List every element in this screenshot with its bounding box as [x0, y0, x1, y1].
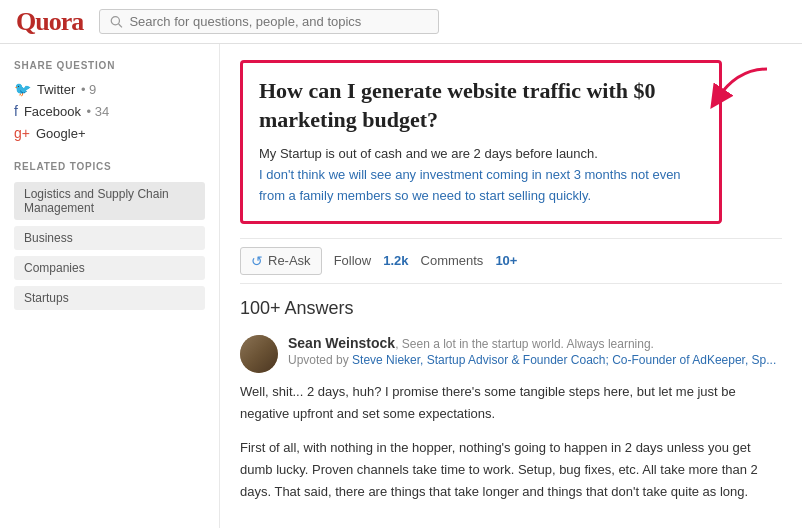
main-layout: SHARE QUESTION 🐦 Twitter • 9 f Facebook … [0, 44, 802, 528]
topic-companies[interactable]: Companies [14, 256, 205, 280]
answer-para-2: First of all, with nothing in the hopper… [240, 437, 782, 503]
svg-point-0 [111, 16, 119, 24]
comments-label: Comments [421, 253, 484, 268]
question-body-line1: My Startup is out of cash and we are 2 d… [259, 146, 598, 161]
gplus-icon: g+ [14, 125, 30, 141]
related-topics-title: RELATED TOPICS [14, 161, 205, 172]
question-body: My Startup is out of cash and we are 2 d… [259, 144, 703, 206]
answer-para-1: Well, shit... 2 days, huh? I promise the… [240, 381, 782, 425]
twitter-label: Twitter [37, 82, 75, 97]
topic-startups[interactable]: Startups [14, 286, 205, 310]
avatar-image [240, 335, 278, 373]
share-twitter[interactable]: 🐦 Twitter • 9 [14, 81, 205, 97]
upvote-prefix: Upvoted by [288, 353, 352, 367]
answers-heading: 100+ Answers [240, 298, 782, 319]
content-area: How can I generate website traffic with … [220, 44, 802, 528]
share-facebook[interactable]: f Facebook • 34 [14, 103, 205, 119]
upvote-link[interactable]: Steve Nieker, Startup Advisor & Founder … [352, 353, 776, 367]
facebook-label: Facebook [24, 104, 81, 119]
topic-business[interactable]: Business [14, 226, 205, 250]
follow-count: 1.2k [383, 253, 408, 268]
search-input[interactable] [129, 14, 428, 29]
share-gplus[interactable]: g+ Google+ [14, 125, 205, 141]
comments-count: 10+ [495, 253, 517, 268]
header: Quora [0, 0, 802, 44]
avatar [240, 335, 278, 373]
question-body-line2: I don't think we will see any investment… [259, 167, 681, 203]
related-topics: Logistics and Supply Chain Management Bu… [14, 182, 205, 316]
share-section-title: SHARE QUESTION [14, 60, 205, 71]
facebook-count: • 34 [83, 104, 109, 119]
twitter-icon: 🐦 [14, 81, 31, 97]
quora-logo[interactable]: Quora [16, 7, 83, 37]
follow-label[interactable]: Follow [334, 253, 372, 268]
svg-line-1 [119, 24, 122, 27]
reask-icon: ↺ [251, 253, 263, 269]
answerer-name-line: Sean Weinstock, Seen a lot in the startu… [288, 335, 782, 353]
answerer-name[interactable]: Sean Weinstock [288, 335, 395, 351]
reask-button[interactable]: ↺ Re-Ask [240, 247, 322, 275]
sidebar: SHARE QUESTION 🐦 Twitter • 9 f Facebook … [0, 44, 220, 528]
answerer-info: Sean Weinstock, Seen a lot in the startu… [288, 335, 782, 370]
answer-item: Sean Weinstock, Seen a lot in the startu… [240, 335, 782, 503]
action-bar: ↺ Re-Ask Follow 1.2k Comments 10+ [240, 238, 782, 284]
search-bar[interactable] [99, 9, 439, 34]
answer-text: Well, shit... 2 days, huh? I promise the… [240, 381, 782, 503]
search-icon [110, 15, 123, 29]
question-title: How can I generate website traffic with … [259, 77, 703, 134]
answerer-desc-plain: , Seen a lot in the startup world. Alway… [395, 337, 654, 351]
twitter-count: • 9 [77, 82, 96, 97]
question-box: How can I generate website traffic with … [240, 60, 722, 224]
gplus-label: Google+ [36, 126, 86, 141]
topic-logistics[interactable]: Logistics and Supply Chain Management [14, 182, 205, 220]
facebook-icon: f [14, 103, 18, 119]
upvote-text: Upvoted by Steve Nieker, Startup Advisor… [288, 352, 782, 369]
reask-label: Re-Ask [268, 253, 311, 268]
answerer-row: Sean Weinstock, Seen a lot in the startu… [240, 335, 782, 373]
share-items: 🐦 Twitter • 9 f Facebook • 34 g+ Google+ [14, 81, 205, 141]
